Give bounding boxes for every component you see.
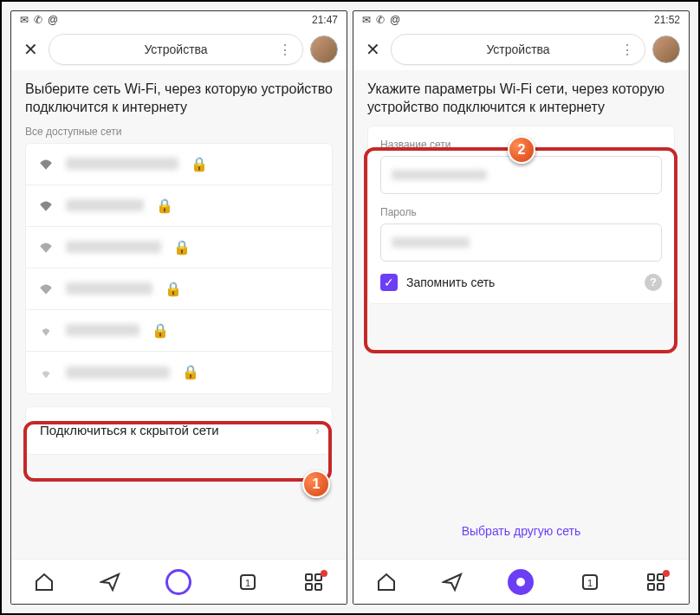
hidden-network-label: Подключиться к скрытой сети [40, 423, 219, 437]
chevron-right-icon: › [315, 423, 320, 437]
nav-home[interactable] [34, 572, 55, 592]
remember-label: Запомнить сеть [406, 275, 495, 289]
wifi-item[interactable]: 🔒 [26, 227, 332, 269]
nav-bar: 1 [11, 559, 347, 604]
badge-1: 1 [302, 470, 330, 498]
app-header: ✕ Устройства ⋮ [353, 29, 689, 70]
wifi-icon [38, 199, 54, 211]
svg-text:1: 1 [587, 578, 593, 588]
wifi-item[interactable]: 🔒 [26, 352, 332, 393]
lock-icon: 🔒 [165, 281, 182, 297]
phone-right: ✉ ✆ @ 21:52 ✕ Устройства ⋮ Укажите парам… [353, 10, 690, 605]
svg-rect-2 [306, 574, 312, 580]
help-icon[interactable]: ? [645, 274, 662, 291]
nav-tabs[interactable]: 1 [580, 572, 600, 592]
phone-left: ✉ ✆ @ 21:47 ✕ Устройства ⋮ Выберите сеть… [10, 10, 347, 605]
mail-icon: ✉ [362, 14, 371, 26]
nav-send[interactable] [100, 572, 120, 592]
status-bar: ✉ ✆ @ 21:52 [353, 11, 689, 29]
title-pill[interactable]: Устройства ⋮ [391, 34, 645, 65]
wifi-name-blurred [66, 241, 161, 253]
wifi-name-blurred [66, 199, 144, 211]
wifi-icon [38, 282, 54, 295]
page-title: Устройства [144, 42, 207, 56]
whatsapp-icon: ✆ [376, 14, 385, 26]
hidden-network-button[interactable]: Подключиться к скрытой сети › [25, 406, 333, 455]
avatar[interactable] [310, 36, 338, 63]
lock-icon: 🔒 [173, 239, 191, 256]
title-pill[interactable]: Устройства ⋮ [49, 34, 303, 65]
svg-rect-11 [658, 584, 664, 590]
lock-icon: 🔒 [152, 322, 169, 339]
close-icon[interactable]: ✕ [362, 36, 384, 63]
lock-icon: 🔒 [182, 364, 199, 380]
avatar[interactable] [652, 36, 680, 63]
network-name-value-blurred [392, 170, 487, 180]
wifi-name-blurred [66, 324, 139, 336]
wifi-icon [38, 324, 54, 336]
svg-rect-10 [648, 584, 654, 590]
nav-menu[interactable] [303, 572, 324, 592]
nav-send[interactable] [442, 572, 463, 592]
at-icon: @ [48, 14, 58, 26]
whatsapp-icon: ✆ [34, 14, 42, 26]
choose-other-network[interactable]: Выбрать другую сеть [367, 510, 675, 548]
svg-rect-8 [648, 574, 654, 580]
at-icon: @ [390, 14, 400, 26]
nav-menu[interactable] [645, 572, 666, 592]
wifi-name-blurred [66, 158, 178, 170]
content: Выберите сеть Wi-Fi, через которую устро… [11, 70, 347, 559]
wifi-icon [38, 158, 54, 170]
wifi-item[interactable]: 🔒 [26, 144, 332, 185]
lock-icon: 🔒 [156, 197, 173, 214]
app-header: ✕ Устройства ⋮ [11, 29, 347, 70]
password-label: Пароль [380, 206, 662, 218]
status-bar: ✉ ✆ @ 21:47 [11, 11, 347, 29]
wifi-item[interactable]: 🔒 [26, 185, 332, 227]
notification-dot [663, 570, 670, 577]
lock-icon: 🔒 [191, 156, 208, 172]
wifi-name-blurred [66, 366, 170, 379]
clock: 21:52 [654, 14, 680, 26]
status-icons-left: ✉ ✆ @ [362, 14, 400, 26]
nav-tabs[interactable]: 1 [237, 572, 258, 592]
nav-bar: 1 [353, 559, 689, 604]
close-icon[interactable]: ✕ [20, 36, 42, 63]
remember-checkbox[interactable]: ✓ [380, 274, 398, 291]
nav-alice[interactable] [508, 569, 534, 595]
more-icon[interactable]: ⋮ [278, 42, 292, 58]
svg-rect-5 [315, 584, 321, 590]
notification-dot [321, 570, 327, 577]
svg-text:1: 1 [245, 578, 250, 588]
svg-rect-4 [306, 584, 312, 590]
wifi-item[interactable]: 🔒 [26, 310, 332, 352]
more-icon[interactable]: ⋮ [620, 42, 634, 58]
status-icons-left: ✉ ✆ @ [20, 14, 58, 26]
remember-row: ✓ Запомнить сеть ? [380, 274, 662, 291]
password-input[interactable] [380, 223, 662, 262]
page-title: Устройства [486, 42, 549, 56]
password-value-blurred [392, 237, 470, 248]
list-label: Все доступные сети [25, 126, 333, 138]
badge-2: 2 [508, 136, 535, 164]
nav-home[interactable] [376, 572, 397, 592]
nav-alice[interactable] [165, 569, 191, 595]
heading: Выберите сеть Wi-Fi, через которую устро… [25, 81, 333, 117]
wifi-item[interactable]: 🔒 [26, 269, 332, 310]
wifi-icon [38, 366, 54, 379]
wifi-icon [38, 241, 54, 253]
clock: 21:47 [312, 14, 338, 26]
heading: Укажите параметры Wi-Fi сети, через кото… [367, 81, 675, 117]
wifi-name-blurred [66, 282, 152, 295]
mail-icon: ✉ [20, 14, 29, 26]
wifi-list: 🔒 🔒 🔒 🔒 [25, 143, 333, 394]
